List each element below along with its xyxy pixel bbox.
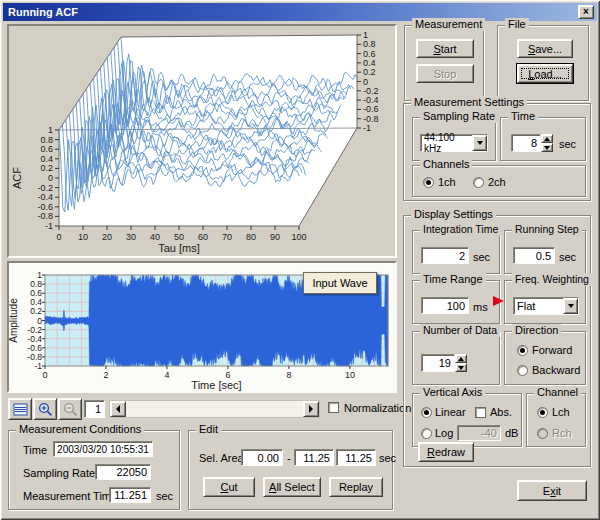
channels-2ch-label: 2ch — [488, 176, 506, 189]
red-right-arrow-icon — [493, 296, 504, 306]
channels-1ch-radio[interactable] — [423, 177, 434, 188]
zoom-in-button[interactable] — [33, 398, 57, 420]
sel-area-from-field[interactable]: 0.00 — [241, 449, 283, 466]
time-value: 2003/03/20 10:55:31 — [57, 444, 149, 455]
svg-text:2: 2 — [103, 370, 108, 380]
time-spin-down-button[interactable] — [541, 143, 553, 152]
channel-rch-radio[interactable] — [537, 428, 548, 439]
vertical-axis-title: Vertical Axis — [420, 386, 485, 399]
time-range-field[interactable]: 100 — [421, 297, 469, 314]
vertical-axis-log-radio[interactable] — [421, 428, 432, 439]
running-step-group: Running Step 0.5 sec — [504, 230, 586, 274]
direction-forward-radio[interactable] — [517, 345, 528, 356]
svg-text:-1: -1 — [45, 221, 53, 231]
time-spinner[interactable]: 8 — [511, 134, 553, 152]
arrow-down-icon — [544, 146, 550, 150]
svg-text:-0.4: -0.4 — [37, 192, 53, 202]
zoom-level-field[interactable]: 1 — [84, 400, 105, 418]
scrollbar-track[interactable] — [126, 401, 303, 417]
direction-forward-label: Forward — [532, 344, 572, 357]
close-icon: × — [583, 6, 589, 17]
scroll-left-button[interactable] — [110, 401, 126, 417]
time-label: Time — [23, 444, 47, 457]
sampling-rate-dropdown-button[interactable] — [472, 135, 487, 151]
normalization-checkbox[interactable] — [328, 402, 339, 413]
time-range-title: Time Range — [420, 273, 486, 286]
vertical-axis-log-label: Log — [435, 427, 453, 440]
svg-text:0.6: 0.6 — [40, 144, 53, 154]
freq-weighting-dropdown-button[interactable] — [563, 298, 578, 314]
exit-button[interactable]: Exit — [517, 480, 587, 501]
arrow-left-icon — [116, 405, 120, 413]
channel-lch-label: Lch — [552, 406, 570, 419]
measurement-group: Measurement Start Stop — [404, 25, 484, 101]
time-spin-up-button[interactable] — [541, 134, 553, 143]
integration-time-value: 2 — [459, 250, 465, 262]
svg-text:10: 10 — [78, 232, 88, 242]
integration-time-title: Integration Time — [420, 223, 501, 236]
log-floor-field: -40 — [457, 425, 501, 441]
time-value[interactable]: 8 — [511, 134, 541, 152]
running-acf-dialog: Running ACF × 010203040506070809010010.8… — [0, 0, 600, 520]
chevron-down-icon — [477, 141, 483, 145]
arrow-up-icon — [458, 357, 464, 361]
running-step-unit: sec — [559, 251, 576, 264]
sel-area-from-value: 0.00 — [258, 452, 279, 464]
running-step-title: Running Step — [512, 223, 582, 236]
sampling-rate-select[interactable]: 44.100 kHz — [420, 134, 488, 152]
sampling-rate-title: Sampling Rate — [420, 110, 498, 123]
display-settings-title: Display Settings — [411, 208, 496, 221]
load-button[interactable]: Load... — [517, 64, 573, 83]
direction-backward-radio[interactable] — [517, 365, 528, 376]
measurement-time-value: 11.251 — [114, 489, 147, 501]
scroll-right-button[interactable] — [303, 401, 319, 417]
running-step-field[interactable]: 0.5 — [513, 247, 555, 264]
measurement-settings-group: Measurement Settings Sampling Rate 44.10… — [403, 103, 591, 201]
redraw-button[interactable]: Redraw — [418, 442, 474, 462]
freq-weighting-title: Freq. Weighting — [512, 273, 592, 286]
measurement-time-value-field: 11.251 — [109, 487, 151, 503]
channels-2ch-radio[interactable] — [473, 177, 484, 188]
arrow-right-icon — [309, 405, 313, 413]
freq-weighting-select[interactable]: Flat — [513, 297, 579, 315]
measurement-time-label: Measurement Time — [23, 490, 117, 503]
measurement-settings-title: Measurement Settings — [411, 96, 527, 109]
replay-button[interactable]: Replay — [329, 477, 383, 497]
svg-text:0.2: 0.2 — [40, 163, 53, 173]
edit-group: Edit Sel. Area 0.00 - 11.25 11.25 sec Cu… — [188, 430, 393, 510]
close-button[interactable]: × — [578, 5, 594, 19]
channels-title: Channels — [420, 158, 472, 171]
integration-time-field[interactable]: 2 — [421, 247, 469, 264]
number-of-data-group: Number of Data 19 — [412, 331, 500, 385]
sel-area-length-value: 11.25 — [345, 452, 372, 464]
integration-time-group: Integration Time 2 sec — [412, 230, 500, 274]
channel-lch-radio[interactable] — [537, 407, 548, 418]
svg-text:60: 60 — [198, 232, 208, 242]
number-of-data-spinner[interactable]: 19 — [421, 354, 467, 372]
abs-checkbox[interactable] — [475, 407, 486, 418]
number-of-data-spin-down-button[interactable] — [455, 363, 467, 372]
file-group: File Save... Load... — [497, 25, 589, 101]
magnifier-minus-icon — [63, 402, 78, 417]
svg-text:-0.2: -0.2 — [37, 183, 53, 193]
stop-button[interactable]: Stop — [416, 64, 474, 83]
cut-button[interactable]: Cut — [203, 477, 255, 497]
freq-weighting-group: Freq. Weighting Flat — [504, 280, 586, 324]
zoom-out-button[interactable] — [58, 398, 82, 420]
sel-area-to-field[interactable]: 11.25 — [294, 449, 334, 466]
integration-time-unit: sec — [473, 251, 490, 264]
save-button[interactable]: Save... — [517, 39, 573, 58]
direction-title: Direction — [512, 324, 561, 337]
svg-text:Tau [ms]: Tau [ms] — [158, 242, 200, 254]
number-of-data-value[interactable]: 19 — [421, 354, 455, 372]
waveform-scrollbar[interactable] — [109, 400, 320, 418]
channels-1ch-label: 1ch — [438, 176, 456, 189]
measurement-conditions-group: Measurement Conditions Time 2003/03/20 1… — [8, 430, 180, 510]
all-select-button[interactable]: All Select — [263, 477, 321, 497]
start-button[interactable]: Start — [416, 39, 474, 58]
vertical-axis-linear-radio[interactable] — [421, 407, 432, 418]
number-of-data-spin-up-button[interactable] — [455, 354, 467, 363]
time-unit: sec — [559, 138, 576, 151]
log-floor-value: -40 — [481, 427, 497, 439]
fit-view-button[interactable] — [8, 398, 32, 420]
